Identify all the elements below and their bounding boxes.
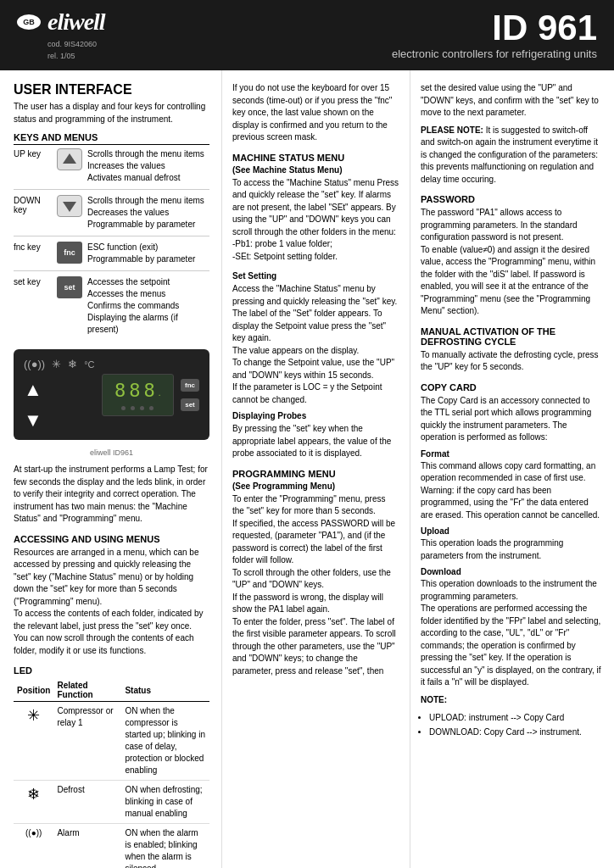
led-dot-4: [149, 406, 154, 410]
keys-section: KEYS AND MENUS UP key Scrolls through th…: [14, 132, 209, 341]
led-col-position: Position: [14, 679, 53, 702]
key-label-set: set key: [14, 276, 52, 287]
password-text: The password "PA1" allows access to prog…: [421, 207, 602, 318]
led-func-0: Compressor or relay 1: [53, 702, 121, 781]
display-screen: 8 8 8 .: [102, 374, 174, 416]
machine-status-sub: (See Machine Status Menu): [232, 165, 399, 175]
title-block: ID 961 electronic controllers for refrig…: [122, 10, 597, 60]
manual-defrost-title: MANUAL ACTIVATION OF THE DEFROSTING CYCL…: [421, 326, 602, 347]
accessing-text: Resources are arranged in a menu, which …: [14, 547, 209, 658]
download-title: Download: [421, 567, 602, 576]
user-interface-title: USER INTERFACE: [14, 82, 209, 97]
key-desc-down: Scrolls through the menu items Decreases…: [87, 195, 209, 231]
programming-menu-text: To enter the "Programming" menu, press t…: [232, 493, 399, 678]
header: GB eliwell cod. 9IS42060 rel. 1/05 ID 96…: [0, 0, 614, 70]
keys-menus-title: KEYS AND MENUS: [14, 132, 209, 145]
key-row-down: DOWN key Scrolls through the menu items …: [14, 195, 209, 236]
copy-card-text: The Copy Card is an accessory connected …: [421, 395, 602, 444]
set-setting-title: Set Setting: [232, 271, 399, 281]
led-dot-2: [131, 406, 135, 410]
led-col-status: Status: [121, 679, 209, 702]
timeout-text: If you do not use the keyboard for over …: [232, 82, 399, 144]
download-text: This operation downloads to the instrume…: [421, 578, 602, 689]
set-button-display[interactable]: set: [181, 398, 199, 411]
key-row-fnc: fnc key fnc ESC function (exit) Programm…: [14, 242, 209, 271]
led-icon-2: ((●)): [14, 824, 53, 869]
key-label-down: DOWN key: [14, 195, 52, 214]
display-footer-label: eliwell ID961: [14, 448, 209, 457]
led-status-0: ON when the compressor is started up; bl…: [121, 702, 209, 781]
machine-status-main-title: MACHINE STATUS MENU: [232, 153, 344, 163]
display-digit-1: 8: [114, 380, 126, 401]
svg-marker-0: [63, 153, 76, 164]
product-title: ID 961: [122, 10, 597, 46]
down-key-icon[interactable]: [57, 195, 82, 217]
product-subtitle: electronic controllers for refrigerating…: [122, 47, 597, 60]
instrument-display: ((●)) ✳ ❄ °C ▲ ▼ 8 8 8 .: [14, 349, 209, 440]
cod-text: cod. 9IS42060: [47, 39, 97, 51]
led-row-2: ((●)) Alarm ON when the alarm is enabled…: [14, 824, 209, 869]
logo-codes: cod. 9IS42060 rel. 1/05: [47, 39, 97, 62]
key-row-set: set key set Accesses the setpoint Access…: [14, 276, 209, 341]
note-bullets: UPLOAD: instrument --> Copy Card DOWNLOA…: [429, 711, 602, 738]
format-text: This command allows copy card formatting…: [421, 460, 602, 522]
led-dot-1: [121, 406, 126, 410]
led-section: LED Position Related Function Status ✳ C…: [14, 665, 209, 868]
display-digit-2: 8: [129, 380, 140, 401]
led-func-2: Alarm: [53, 824, 121, 869]
format-title: Format: [421, 449, 602, 459]
password-title: PASSWORD: [421, 194, 602, 204]
key-desc-set: Accesses the setpoint Accesses the menus…: [87, 276, 209, 336]
display-right-buttons: fnc set: [181, 379, 199, 411]
led-col-function: Related Function: [53, 679, 121, 702]
programming-menu-sub: (See Programming Menu): [232, 481, 399, 491]
programming-menu-title: PROGRAMMING MENU: [232, 469, 399, 479]
middle-column: If you do not use the keyboard for over …: [222, 70, 410, 868]
machine-status-title: MACHINE STATUS MENU: [232, 153, 399, 163]
upload-title: Upload: [421, 526, 602, 536]
gb-label: GB: [23, 18, 35, 26]
lamp-test-text: At start-up the instrument performs a La…: [14, 464, 209, 526]
temp-unit-icon: °C: [84, 359, 94, 370]
display-left-icons: ((●)) ✳ ❄ °C ▲ ▼: [24, 358, 95, 431]
accessing-title: ACCESSING AND USING MENUS: [14, 534, 209, 544]
right-column: set the desired value using the "UP" and…: [410, 70, 614, 868]
led-status-2: ON when the alarm is enabled; blinking w…: [121, 824, 209, 869]
led-title: LED: [14, 665, 209, 676]
copy-card-title: COPY CARD: [421, 382, 602, 392]
key-label-up: UP key: [14, 148, 52, 159]
note-label: NOTE:: [421, 694, 602, 707]
led-icon-1: ❄: [14, 781, 53, 824]
up-key-icon[interactable]: [57, 148, 82, 170]
snowflake-icon-1: ✳: [52, 358, 61, 370]
fnc-button-display[interactable]: fnc: [181, 379, 199, 392]
display-digit-3: 8: [143, 380, 154, 401]
key-row-up: UP key Scrolls through the menu items In…: [14, 148, 209, 190]
please-note-label: PLEASE NOTE:: [421, 125, 483, 135]
user-interface-intro: The user has a display and four keys for…: [14, 101, 209, 125]
wireless-icon: ((●)): [24, 358, 45, 370]
key-desc-up: Scrolls through the menu items Increases…: [87, 148, 209, 184]
displaying-probes-title: Displaying Probes: [232, 411, 399, 420]
left-column: USER INTERFACE The user has a display an…: [0, 70, 222, 868]
down-arrow-button[interactable]: ▼: [24, 409, 95, 431]
led-status-1: ON when defrosting; blinking in case of …: [121, 781, 209, 824]
programming-menu-main-title: PROGRAMMING MENU: [232, 469, 336, 479]
note-bullet-0: UPLOAD: instrument --> Copy Card: [429, 711, 602, 724]
upload-text: This operation loads the programming par…: [421, 537, 602, 562]
fnc-key-icon[interactable]: fnc: [57, 242, 82, 264]
rel-text: rel. 1/05: [47, 51, 97, 63]
set-key-icon[interactable]: set: [57, 276, 82, 298]
logo-block: GB eliwell cod. 9IS42060 rel. 1/05: [17, 8, 105, 62]
svg-marker-1: [63, 202, 76, 212]
snowflake-icon-2: ❄: [68, 358, 77, 370]
machine-status-text: To access the "Machine Status" menu Pres…: [232, 177, 399, 264]
manual-defrost-text: To manually activate the defrosting cycl…: [421, 349, 602, 374]
please-note-paragraph: PLEASE NOTE: It is suggested to switch-o…: [421, 125, 602, 186]
up-arrow-button[interactable]: ▲: [24, 379, 95, 401]
display-up-row: ((●)) ✳ ❄ °C: [24, 358, 95, 370]
display-decimal: .: [159, 388, 161, 398]
note-label-text: NOTE:: [421, 695, 447, 704]
brand-text: eliwell: [47, 8, 105, 35]
main-content: USER INTERFACE The user has a display an…: [0, 70, 614, 868]
